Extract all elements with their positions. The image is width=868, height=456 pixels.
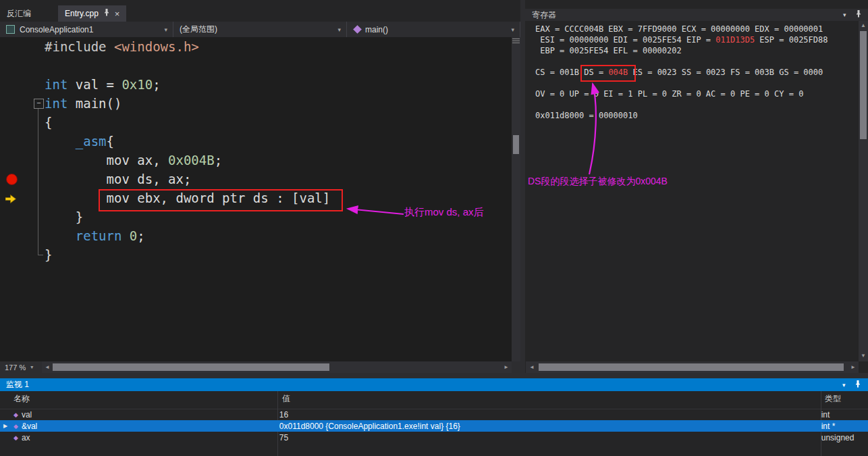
watch-type-cell: int — [817, 409, 868, 420]
zoom-level-label: 177 % — [5, 363, 26, 372]
tab-entry-cpp[interactable]: Entry.cpp × — [58, 5, 126, 22]
code-line — [45, 56, 510, 75]
collapse-icon[interactable]: − — [34, 99, 44, 109]
code-line: } — [45, 245, 510, 264]
fold-guide-corner — [38, 255, 43, 255]
chevron-down-icon: ▾ — [164, 26, 167, 33]
project-dropdown-label: ConsoleApplication1 — [20, 25, 93, 34]
register-line — [535, 78, 828, 88]
register-line: OV = 0 UP = 0 EI = 1 PL = 0 ZR = 0 AC = … — [535, 88, 828, 99]
watch-value-cell[interactable]: 75 — [275, 432, 817, 443]
code-line: int val = 0x10; — [45, 75, 510, 94]
tab-disassembly[interactable]: 反汇编 — [0, 5, 38, 22]
register-line: CS = 001B DS = 004B ES = 0023 SS = 0023 … — [535, 67, 828, 78]
register-line: 0x011d8000 = 00000010 — [535, 110, 828, 121]
editor-split-grip[interactable] — [512, 39, 520, 43]
watch-row[interactable]: ◆ax75unsigned — [0, 432, 868, 443]
project-dropdown[interactable]: ConsoleApplication1 ▾ — [0, 22, 173, 37]
watch-type-cell: unsigned — [817, 432, 868, 443]
variable-icon: ◆ — [13, 434, 18, 441]
scroll-right-icon[interactable]: ► — [850, 365, 856, 370]
fold-guide-line — [38, 109, 38, 255]
tab-entry-label: Entry.cpp — [65, 9, 99, 18]
column-header-name[interactable]: 名称 — [13, 393, 30, 405]
registers-title: 寄存器 — [532, 9, 556, 21]
code-line: int main() — [45, 94, 510, 113]
register-line — [535, 99, 828, 110]
watch-column-headers: 名称 值 类型 — [0, 391, 868, 409]
watch-name-cell[interactable]: ◆val — [0, 409, 275, 420]
registers-content: EAX = CCCC004B EBX = 7FFD9000 ECX = 0000… — [535, 24, 828, 121]
watch-title: 监视 1 — [6, 379, 29, 390]
vertical-splitter[interactable] — [520, 0, 525, 373]
visual-studio-window: 反汇编 Entry.cpp × ConsoleApplication1 ▾ (全… — [0, 0, 868, 456]
annotation-code-note: 执行mov ds, ax后 — [404, 206, 484, 219]
window-position-icon[interactable]: ▾ — [842, 382, 846, 388]
chevron-down-icon: ▾ — [337, 26, 341, 33]
code-line: #include <windows.h> — [45, 37, 510, 56]
watch-rows: ◆val16int▶◆&val0x011d8000 {ConsoleApplic… — [0, 409, 868, 443]
scope-dropdown-label: (全局范围) — [180, 24, 217, 35]
annotation-red-box-code — [99, 189, 343, 211]
scope-dropdown[interactable]: (全局范围) ▾ — [173, 22, 347, 37]
scroll-left-icon[interactable]: ◄ — [45, 365, 50, 370]
code-lines: #include <windows.h> int val = 0x10;int … — [45, 37, 510, 264]
variable-icon: ◆ — [13, 411, 18, 418]
pin-icon[interactable] — [103, 9, 110, 18]
current-statement-arrow-icon — [5, 194, 16, 206]
cpp-project-icon — [6, 25, 15, 34]
code-line: _asm{ — [45, 132, 510, 151]
watch-titlebar[interactable]: 监视 1 ▾ × — [0, 378, 868, 391]
registers-titlebar[interactable]: 寄存器 ▾ × — [525, 9, 868, 21]
column-header-type[interactable]: 类型 — [825, 393, 841, 405]
watch-row[interactable]: ◆val16int — [0, 409, 868, 420]
chevron-down-icon: ▾ — [30, 364, 33, 370]
watch-row[interactable]: ▶◆&val0x011d8000 {ConsoleApplication1.ex… — [0, 420, 868, 432]
editor-vertical-scrollbar[interactable] — [512, 37, 520, 361]
navigation-bar: ConsoleApplication1 ▾ (全局范围) ▾ main() ▾ — [0, 22, 520, 38]
annotation-red-box-ds — [580, 65, 636, 82]
register-line: EAX = CCCC004B EBX = 7FFD9000 ECX = 0000… — [535, 24, 828, 34]
pin-icon[interactable] — [855, 380, 861, 390]
column-header-value[interactable]: 值 — [282, 393, 290, 405]
horizontal-splitter[interactable] — [0, 373, 868, 378]
function-dropdown[interactable]: main() ▾ — [347, 22, 520, 37]
register-line — [535, 56, 828, 67]
code-line: mov ax, 0x004B; — [45, 151, 510, 170]
editor-horizontal-scrollbar-thumb[interactable] — [53, 363, 329, 371]
watch-type-cell: int * — [817, 420, 868, 432]
close-icon[interactable]: × — [115, 9, 120, 18]
breakpoint-icon[interactable] — [6, 174, 18, 185]
expander-icon[interactable]: ▶ — [0, 423, 13, 429]
watch-name: ax — [22, 433, 30, 442]
code-line: { — [45, 113, 510, 132]
scroll-right-icon[interactable]: ► — [504, 365, 509, 370]
pin-icon[interactable] — [855, 10, 862, 20]
method-icon — [353, 25, 362, 34]
document-tabstrip: 反汇编 Entry.cpp × — [0, 0, 520, 22]
tab-disassembly-label: 反汇编 — [7, 8, 31, 20]
chevron-down-icon: ▾ — [511, 26, 514, 33]
function-dropdown-label: main() — [365, 25, 388, 34]
scroll-left-icon[interactable]: ◄ — [529, 365, 535, 370]
watch-name-cell[interactable]: ◆ax — [0, 432, 275, 443]
code-line: return 0; — [45, 226, 510, 245]
variable-icon: ◆ — [13, 423, 18, 430]
editor-gutter[interactable] — [0, 37, 20, 361]
watch-name: val — [22, 410, 32, 420]
zoom-dropdown[interactable]: 177 % ▾ — [1, 362, 36, 372]
registers-horizontal-scrollbar-thumb[interactable] — [539, 363, 844, 371]
register-line: EBP = 0025FE54 EFL = 00000202 — [535, 45, 828, 56]
register-line: ESI = 00000000 EDI = 0025FE54 EIP = 011D… — [535, 34, 828, 45]
watch-name: &val — [22, 422, 37, 431]
watch-name-cell[interactable]: ▶◆&val — [0, 420, 275, 432]
registers-vertical-scrollbar-thumb[interactable] — [860, 31, 867, 139]
watch-value-cell[interactable]: 0x011d8000 {ConsoleApplication1.exe!int … — [275, 420, 817, 432]
editor-vertical-scrollbar-thumb[interactable] — [513, 135, 519, 154]
watch-value-cell[interactable]: 16 — [275, 409, 817, 420]
annotation-ds-note: DS段的段选择子被修改为0x004B — [528, 176, 668, 188]
scroll-up-icon[interactable]: ▲ — [861, 23, 866, 28]
window-position-icon[interactable]: ▾ — [843, 11, 846, 18]
scroll-down-icon[interactable]: ▼ — [861, 353, 866, 359]
code-line: mov ds, ax; — [45, 170, 510, 188]
